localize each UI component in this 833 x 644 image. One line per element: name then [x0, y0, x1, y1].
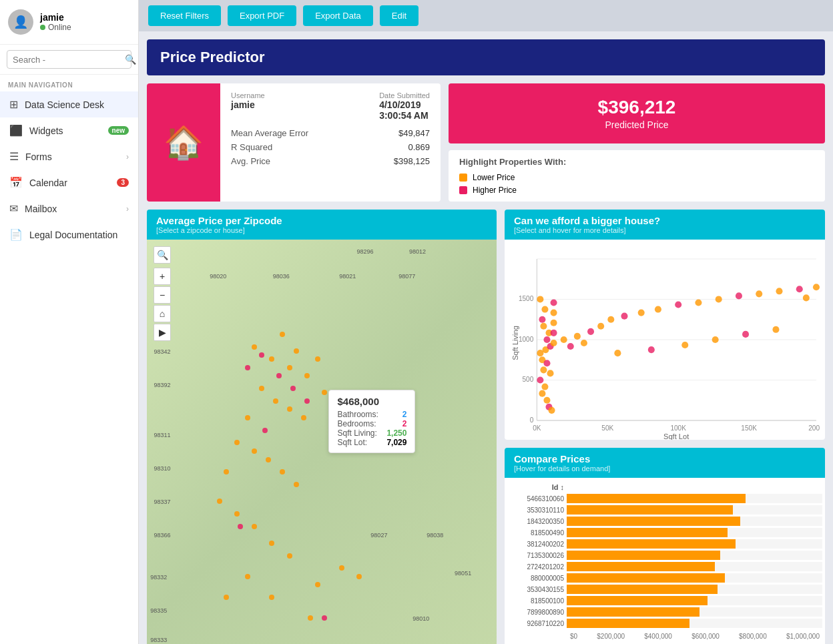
map-arrow-button[interactable]: ▶ [154, 324, 171, 341]
sidebar-item-forms[interactable]: ☰ Forms › [0, 143, 138, 170]
map-dot[interactable] [245, 574, 250, 579]
bar-row[interactable]: 9268710220 [510, 619, 822, 628]
map-dot[interactable] [234, 440, 240, 445]
sidebar-item-mailbox[interactable]: ✉ Mailbox › [0, 196, 138, 222]
zipcode-label: 98020 [210, 273, 226, 280]
map-dot[interactable] [290, 386, 296, 391]
sidebar-item-legal-documentation[interactable]: 📄 Legal Documentation [0, 222, 138, 248]
scatter-svg: Sqft Living 0 500 [510, 245, 820, 440]
map-dot[interactable] [234, 511, 240, 517]
map-dot[interactable] [356, 574, 362, 579]
svg-point-34 [543, 397, 550, 404]
map-dot[interactable] [322, 390, 327, 395]
map-dot[interactable] [294, 482, 299, 487]
map-dot[interactable] [322, 615, 327, 621]
bar-row[interactable]: 818500100 [510, 596, 822, 605]
map-dot[interactable] [252, 344, 257, 350]
svg-text:1000: 1000 [519, 336, 534, 343]
user-status: Online [40, 23, 71, 32]
map-zoom-out-button[interactable]: − [154, 286, 171, 304]
bar-fill [567, 585, 718, 594]
bar-row[interactable]: 3812400202 [510, 539, 822, 549]
map-dot[interactable] [308, 615, 313, 621]
map-subtitle: [Select a zipcode or house] [156, 226, 487, 234]
map-zoom-in-button[interactable]: + [154, 268, 171, 285]
bar-row[interactable]: 7135300026 [510, 551, 822, 560]
bar-row[interactable]: 3530310110 [510, 505, 822, 515]
map-dot[interactable] [259, 386, 264, 391]
search-box[interactable]: 🔍 [7, 50, 131, 69]
map-dot[interactable] [287, 553, 292, 559]
bar-id-cell: 9268710220 [510, 620, 567, 627]
map-dot[interactable] [269, 356, 274, 362]
sidebar-item-calendar[interactable]: 📅 Calendar 3 [0, 170, 138, 196]
map-dot[interactable] [301, 415, 306, 420]
svg-point-59 [813, 284, 820, 290]
svg-point-30 [547, 370, 553, 376]
map-dot[interactable] [224, 469, 229, 474]
sidebar-item-data-science-desk[interactable]: ⊞ Data Science Desk [0, 91, 138, 117]
map-dot[interactable] [259, 352, 264, 358]
search-input[interactable] [13, 55, 125, 65]
map-dot[interactable] [304, 398, 310, 404]
map-title: Average Price per Zipcode [156, 215, 487, 226]
map-dot[interactable] [280, 332, 285, 337]
user-area: 👤 jamie Online [0, 0, 138, 45]
map-dot[interactable] [266, 457, 271, 462]
map-dot[interactable] [238, 524, 243, 529]
mae-label: Mean Average Error [231, 128, 308, 138]
map-dot[interactable] [273, 398, 278, 404]
svg-point-63 [712, 336, 719, 343]
map-dot[interactable] [294, 348, 299, 354]
zipcode-label: 98036 [273, 273, 290, 280]
map-dot[interactable] [252, 524, 257, 529]
export-data-button[interactable]: Export Data [303, 5, 373, 26]
map-dot[interactable] [252, 448, 257, 454]
bar-fill-container [567, 585, 822, 594]
zipcode-label: 98012 [409, 248, 426, 255]
svg-text:150K: 150K [741, 424, 757, 432]
map-dot[interactable] [339, 565, 344, 571]
svg-point-48 [607, 316, 614, 323]
map-search-button[interactable]: 🔍 [154, 246, 171, 264]
svg-text:0K: 0K [533, 424, 541, 432]
list-icon: ☰ [9, 150, 19, 163]
bar-row[interactable]: 818500490 [510, 528, 822, 537]
sidebar-item-widgets[interactable]: ⬛ Widgets new [0, 117, 138, 143]
map-dot[interactable] [245, 365, 250, 370]
zipcode-label: 98337 [154, 499, 170, 505]
svg-point-50 [638, 310, 645, 316]
toolbar: Reset Filters Export PDF Export Data Edi… [139, 0, 833, 31]
bar-row[interactable]: 7899800890 [510, 607, 822, 617]
bar-fill-container [567, 517, 822, 526]
reset-filters-button[interactable]: Reset Filters [148, 5, 221, 26]
grid-icon: ⊞ [9, 98, 18, 111]
map-dot[interactable] [276, 373, 282, 378]
map-dot[interactable] [315, 356, 320, 362]
map-dot[interactable] [262, 428, 268, 433]
map-dot[interactable] [245, 415, 250, 420]
bar-row[interactable]: 2724201202 [510, 562, 822, 571]
map-dot[interactable] [269, 595, 274, 600]
svg-point-46 [587, 328, 594, 335]
zipcode-label: 98010 [412, 615, 429, 622]
map-dot[interactable] [280, 469, 285, 474]
map-dot[interactable] [304, 373, 310, 378]
export-pdf-button[interactable]: Export PDF [228, 5, 296, 26]
bar-row[interactable]: 1843200350 [510, 517, 822, 526]
bar-fill-container [567, 607, 822, 617]
stats-card: 🏠 Username jamie Date Submitted 4/10/201… [147, 83, 441, 202]
map-container[interactable]: 98296 98012 98020 98036 98021 98077 9834… [147, 240, 497, 644]
map-dot[interactable] [315, 582, 320, 587]
map-dot[interactable] [269, 541, 274, 546]
bar-row[interactable]: 880000005 [510, 573, 822, 583]
map-dot[interactable] [224, 595, 229, 600]
bar-row[interactable]: 3530430155 [510, 585, 822, 594]
edit-button[interactable]: Edit [380, 5, 419, 26]
map-dot[interactable] [287, 406, 292, 412]
bar-row[interactable]: 5466310060 [510, 494, 822, 503]
map-dot[interactable] [217, 499, 222, 504]
bathrooms-value: 2 [402, 410, 407, 419]
map-home-button[interactable]: ⌂ [154, 305, 171, 322]
map-dot[interactable] [287, 365, 292, 370]
